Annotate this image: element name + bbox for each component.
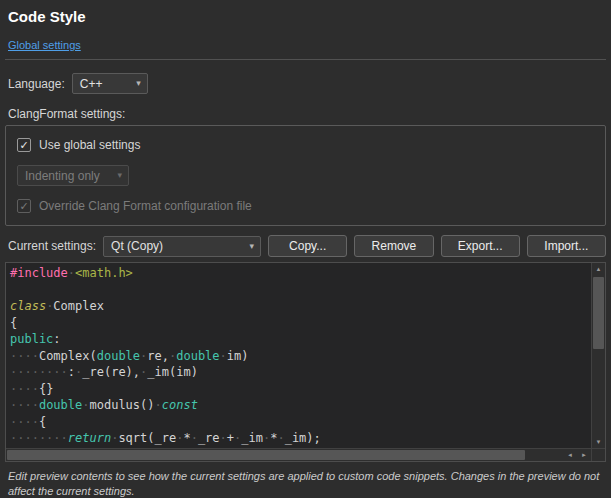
- code-line[interactable]: ····double·modulus()·const: [10, 397, 591, 414]
- global-settings-row: Global settings: [8, 35, 606, 53]
- checkbox-checked-icon: ✓: [17, 199, 31, 213]
- chevron-down-icon: ▾: [136, 79, 141, 88]
- language-label: Language:: [8, 77, 65, 91]
- horizontal-scrollbar[interactable]: ◄ ►: [6, 448, 591, 461]
- code-token[interactable]: const: [162, 398, 198, 412]
- footer-note: Edit preview contents to see how the cur…: [8, 469, 603, 498]
- horizontal-scrollbar-track[interactable]: [6, 449, 563, 461]
- code-token[interactable]: double: [39, 398, 82, 412]
- language-row: Language: C++ ▾: [8, 73, 606, 94]
- scroll-right-icon[interactable]: ►: [577, 449, 591, 461]
- code-token[interactable]: sqrt(_re: [118, 431, 176, 445]
- vertical-scrollbar[interactable]: ▲ ▼: [591, 263, 605, 448]
- code-token[interactable]: return: [68, 431, 111, 445]
- code-preview-editor[interactable]: #include·<math.h> class·Complex{public:·…: [5, 262, 606, 462]
- scroll-left-icon[interactable]: ◄: [563, 449, 577, 461]
- code-line[interactable]: ········return·sqrt(_re·*·_re·+·_im·*·_i…: [10, 430, 591, 447]
- code-token[interactable]: class: [10, 299, 46, 313]
- indenting-mode-value: Indenting only: [25, 169, 100, 183]
- code-token[interactable]: ····: [10, 415, 39, 429]
- horizontal-scrollbar-thumb[interactable]: [7, 450, 525, 460]
- language-combo-value: C++: [80, 77, 103, 91]
- scroll-down-icon[interactable]: ▼: [592, 436, 605, 448]
- code-token[interactable]: +: [227, 431, 234, 445]
- clangformat-settings-label: ClangFormat settings:: [8, 107, 606, 121]
- code-token[interactable]: _re: [198, 431, 220, 445]
- override-clang-format-label: Override Clang Format configuration file: [39, 199, 252, 213]
- code-line[interactable]: public:: [10, 331, 591, 348]
- code-token[interactable]: double: [97, 349, 140, 363]
- code-token[interactable]: im): [227, 349, 249, 363]
- indenting-mode-combo: Indenting only ▾: [17, 165, 129, 186]
- code-token[interactable]: :: [68, 365, 75, 379]
- code-token[interactable]: ·: [220, 431, 227, 445]
- current-settings-label: Current settings:: [8, 239, 96, 253]
- code-style-panel: Code Style Global settings Language: C++…: [0, 0, 611, 498]
- code-lines[interactable]: #include·<math.h> class·Complex{public:·…: [6, 263, 591, 448]
- export-button[interactable]: Export...: [441, 235, 520, 257]
- code-line[interactable]: ····{}: [10, 381, 591, 398]
- current-settings-combo[interactable]: Qt (Copy) ▾: [103, 236, 261, 257]
- code-line[interactable]: {: [10, 315, 591, 332]
- code-token[interactable]: #include: [10, 266, 68, 280]
- code-token[interactable]: ·: [191, 431, 198, 445]
- code-token[interactable]: double: [176, 349, 219, 363]
- scrollbar-corner: [591, 448, 605, 461]
- code-token[interactable]: ····: [10, 382, 39, 396]
- copy-button[interactable]: Copy...: [268, 235, 347, 257]
- current-settings-value: Qt (Copy): [111, 239, 163, 253]
- clangformat-groupbox: ✓ Use global settings Indenting only ▾ ✓…: [5, 125, 606, 226]
- vertical-scrollbar-track[interactable]: [592, 275, 605, 436]
- scroll-up-icon[interactable]: ▲: [592, 263, 605, 275]
- code-token[interactable]: ·: [82, 398, 89, 412]
- code-token[interactable]: _im: [241, 431, 263, 445]
- remove-button[interactable]: Remove: [354, 235, 433, 257]
- code-token[interactable]: ····: [10, 349, 39, 363]
- page-title: Code Style: [8, 8, 606, 25]
- import-button[interactable]: Import...: [527, 235, 606, 257]
- vertical-scrollbar-thumb[interactable]: [593, 277, 604, 349]
- code-token[interactable]: ·: [155, 398, 162, 412]
- code-token[interactable]: {}: [39, 382, 53, 396]
- code-token[interactable]: {: [39, 415, 46, 429]
- code-token[interactable]: *: [183, 431, 190, 445]
- code-token[interactable]: _im);: [285, 431, 321, 445]
- code-line[interactable]: #include·<math.h>: [10, 265, 591, 282]
- code-token[interactable]: ·: [68, 266, 75, 280]
- code-token[interactable]: ·: [220, 349, 227, 363]
- code-token[interactable]: _im(im): [147, 365, 198, 379]
- code-token[interactable]: :: [53, 332, 60, 346]
- global-settings-link[interactable]: Global settings: [8, 39, 81, 51]
- code-token[interactable]: public: [10, 332, 53, 346]
- code-line[interactable]: ····{: [10, 414, 591, 431]
- checkbox-checked-icon: ✓: [17, 138, 31, 152]
- code-token[interactable]: <math.h>: [75, 266, 133, 280]
- code-token[interactable]: Complex: [53, 299, 104, 313]
- code-line[interactable]: class·Complex: [10, 298, 591, 315]
- chevron-down-icon: ▾: [117, 171, 122, 180]
- code-token[interactable]: ·: [277, 431, 284, 445]
- code-token[interactable]: {: [10, 316, 17, 330]
- code-token[interactable]: ········: [10, 365, 68, 379]
- code-token[interactable]: Complex(: [39, 349, 97, 363]
- separator: [5, 59, 606, 60]
- code-token[interactable]: _re(re),: [82, 365, 140, 379]
- code-token[interactable]: ····: [10, 398, 39, 412]
- code-line[interactable]: ····Complex(double·re,·double·im): [10, 348, 591, 365]
- use-global-settings-checkbox[interactable]: ✓ Use global settings: [17, 138, 594, 152]
- code-line[interactable]: ········:·_re(re),·_im(im): [10, 364, 591, 381]
- override-clang-format-checkbox: ✓ Override Clang Format configuration fi…: [17, 199, 594, 213]
- code-token[interactable]: re,: [147, 349, 169, 363]
- code-token[interactable]: modulus(): [90, 398, 155, 412]
- code-line[interactable]: [10, 282, 591, 299]
- code-token[interactable]: ········: [10, 431, 68, 445]
- language-combo[interactable]: C++ ▾: [72, 73, 148, 94]
- use-global-settings-label: Use global settings: [39, 138, 140, 152]
- chevron-down-icon: ▾: [250, 242, 255, 251]
- current-settings-row: Current settings: Qt (Copy) ▾ Copy... Re…: [8, 235, 606, 257]
